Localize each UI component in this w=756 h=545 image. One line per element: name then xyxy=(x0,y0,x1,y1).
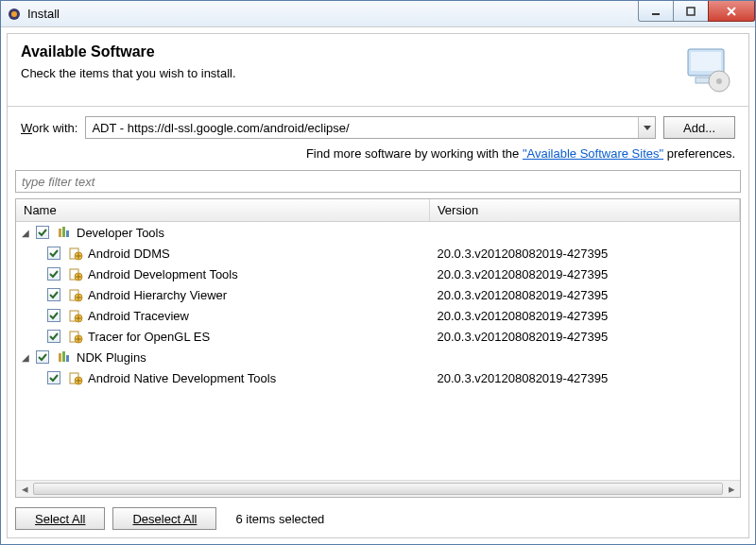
svg-rect-24 xyxy=(66,355,69,362)
sites-hint: Find more software by working with the "… xyxy=(8,143,748,170)
filter-input[interactable]: type filter text xyxy=(15,170,741,193)
feature-icon xyxy=(68,266,83,281)
checkbox[interactable] xyxy=(47,371,60,384)
expand-icon[interactable]: ◢ xyxy=(20,228,31,238)
tree-item-row[interactable]: Android Development Tools20.0.3.v2012080… xyxy=(16,264,740,284)
chevron-down-icon[interactable] xyxy=(638,117,655,138)
checkbox[interactable] xyxy=(47,330,60,343)
row-label: Android Native Development Tools xyxy=(88,371,276,385)
install-wizard-icon xyxy=(679,43,735,94)
svg-rect-11 xyxy=(66,230,69,237)
row-version: 20.0.3.v201208082019-427395 xyxy=(430,267,740,281)
checkbox[interactable] xyxy=(47,288,60,301)
feature-icon xyxy=(68,370,83,385)
tree-item-row[interactable]: Tracer for OpenGL ES20.0.3.v201208082019… xyxy=(16,326,740,347)
window-title: Install xyxy=(27,7,639,21)
work-with-label: Work with: xyxy=(21,121,77,135)
tree-item-row[interactable]: Android Hierarchy Viewer20.0.3.v20120808… xyxy=(16,284,740,305)
scroll-track[interactable] xyxy=(33,481,723,497)
column-version[interactable]: Version xyxy=(430,199,740,221)
add-button[interactable]: Add... xyxy=(663,116,735,139)
row-version: 20.0.3.v201208082019-427395 xyxy=(430,247,740,261)
column-name[interactable]: Name xyxy=(16,199,430,221)
scroll-thumb[interactable] xyxy=(33,483,723,495)
row-label: Developer Tools xyxy=(77,226,164,240)
deselect-all-button[interactable]: Deselect All xyxy=(112,507,216,530)
page-subtitle: Check the items that you wish to install… xyxy=(21,66,679,80)
tree-item-row[interactable]: Android DDMS20.0.3.v201208082019-427395 xyxy=(16,243,740,264)
svg-rect-9 xyxy=(59,229,61,237)
page-title: Available Software xyxy=(21,43,679,60)
checkbox[interactable] xyxy=(47,267,60,281)
software-tree: Name Version ◢Developer ToolsAndroid DDM… xyxy=(15,198,741,498)
select-all-button[interactable]: Select All xyxy=(15,507,105,530)
titlebar: Install xyxy=(1,1,755,27)
category-icon xyxy=(57,225,72,240)
table-header: Name Version xyxy=(16,199,740,222)
work-with-combo[interactable]: ADT - https://dl-ssl.google.com/android/… xyxy=(85,116,656,139)
footer: Select All Deselect All 6 items selected xyxy=(8,500,748,537)
scroll-left-icon[interactable]: ◂ xyxy=(16,481,33,497)
checkbox[interactable] xyxy=(36,226,49,239)
work-with-row: Work with: ADT - https://dl-ssl.google.c… xyxy=(8,107,748,143)
banner: Available Software Check the items that … xyxy=(8,34,748,107)
svg-point-1 xyxy=(11,11,17,17)
tree-item-row[interactable]: Android Traceview20.0.3.v201208082019-42… xyxy=(16,305,740,326)
minimize-button[interactable] xyxy=(638,1,674,22)
row-label: Android Development Tools xyxy=(88,267,238,281)
tree-category-row[interactable]: ◢Developer Tools xyxy=(16,222,740,243)
close-button[interactable] xyxy=(708,1,755,22)
feature-icon xyxy=(68,287,83,302)
row-version: 20.0.3.v201208082019-427395 xyxy=(430,330,740,344)
tree-body[interactable]: ◢Developer ToolsAndroid DDMS20.0.3.v2012… xyxy=(16,222,740,480)
row-label: Tracer for OpenGL ES xyxy=(88,330,210,344)
dialog-body: Available Software Check the items that … xyxy=(7,33,749,538)
available-sites-link[interactable]: "Available Software Sites" xyxy=(523,146,663,161)
row-version: 20.0.3.v201208082019-427395 xyxy=(430,371,740,385)
install-window: Install Available Software Check the ite… xyxy=(0,0,756,545)
svg-rect-3 xyxy=(687,8,695,15)
window-controls xyxy=(639,1,755,26)
row-label: Android Hierarchy Viewer xyxy=(88,288,227,302)
checkbox[interactable] xyxy=(36,350,49,364)
checkbox[interactable] xyxy=(47,247,60,260)
row-label: NDK Plugins xyxy=(77,350,146,365)
row-version: 20.0.3.v201208082019-427395 xyxy=(430,309,740,323)
feature-icon xyxy=(68,308,83,323)
selection-status: 6 items selected xyxy=(235,512,324,526)
feature-icon xyxy=(68,329,83,344)
row-version: 20.0.3.v201208082019-427395 xyxy=(430,288,740,302)
horizontal-scrollbar[interactable]: ◂ ▸ xyxy=(16,480,740,497)
checkbox[interactable] xyxy=(47,309,60,322)
work-with-value: ADT - https://dl-ssl.google.com/android/… xyxy=(86,121,638,135)
svg-rect-2 xyxy=(652,13,660,15)
svg-rect-22 xyxy=(59,353,61,362)
tree-item-row[interactable]: Android Native Development Tools20.0.3.v… xyxy=(16,367,740,388)
expand-icon[interactable]: ◢ xyxy=(20,352,31,363)
svg-point-8 xyxy=(716,78,722,84)
app-icon xyxy=(7,7,22,22)
maximize-button[interactable] xyxy=(673,1,709,22)
row-label: Android Traceview xyxy=(88,309,189,323)
scroll-right-icon[interactable]: ▸ xyxy=(723,481,740,497)
tree-category-row[interactable]: ◢NDK Plugins xyxy=(16,347,740,367)
category-icon xyxy=(57,349,72,365)
filter-placeholder: type filter text xyxy=(22,175,94,189)
feature-icon xyxy=(68,246,83,261)
row-label: Android DDMS xyxy=(88,247,170,261)
svg-rect-5 xyxy=(691,52,721,71)
svg-rect-10 xyxy=(62,227,65,237)
svg-rect-23 xyxy=(62,351,65,362)
